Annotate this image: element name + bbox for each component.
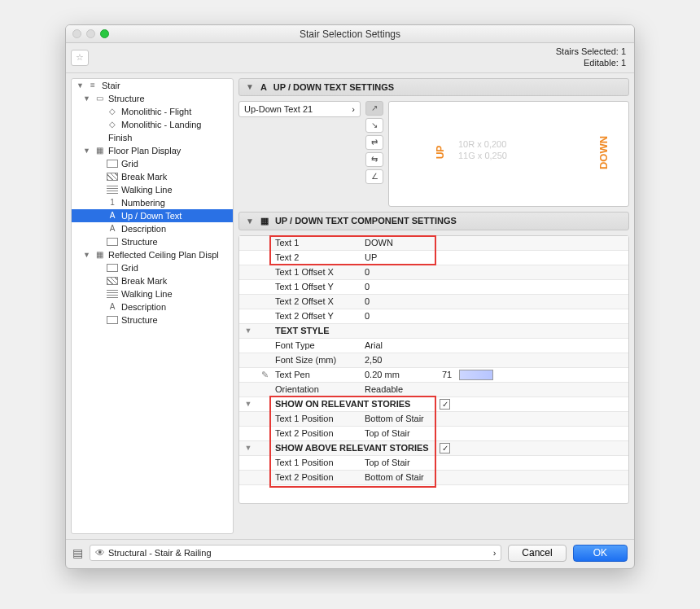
group-show-above[interactable]: SHOW ABOVE RELEVANT STORIES bbox=[272, 441, 436, 455]
show-above-checkbox[interactable]: ✓ bbox=[440, 443, 450, 453]
param-text2-label: Text 2 bbox=[272, 251, 361, 265]
param-label: Text 1 Position bbox=[272, 456, 361, 470]
text-mode-icon: A bbox=[260, 82, 267, 92]
cancel-button[interactable]: Cancel bbox=[508, 545, 566, 562]
param-label: Font Size (mm) bbox=[272, 353, 361, 367]
tree-finish[interactable]: Finish bbox=[108, 133, 132, 142]
chevron-right-icon: › bbox=[493, 548, 497, 558]
param-label: Text 2 Position bbox=[272, 471, 361, 484]
updown-component-panel-header[interactable]: ▼ ▦ UP / DOWN TEXT COMPONENT SETTINGS bbox=[238, 212, 629, 230]
favorite-toggle[interactable]: ☆ bbox=[71, 50, 89, 66]
tree-rcp-break[interactable]: Break Mark bbox=[121, 276, 167, 286]
text-icon: A bbox=[107, 302, 118, 312]
grid-icon bbox=[107, 264, 118, 272]
param-value[interactable]: 2,50 bbox=[361, 353, 436, 367]
param-label: Text 1 Position bbox=[272, 412, 361, 426]
stair-icon: ≡ bbox=[87, 81, 98, 90]
grid-icon bbox=[107, 160, 118, 168]
structure-icon: ▭ bbox=[94, 94, 105, 103]
param-value[interactable]: 0 bbox=[361, 295, 436, 309]
display-option-3[interactable]: ⇄ bbox=[365, 135, 383, 150]
group-show-on[interactable]: SHOW ON RELEVANT STORIES bbox=[272, 397, 436, 411]
pen-color-swatch[interactable] bbox=[459, 370, 493, 380]
walkline-icon bbox=[107, 290, 118, 298]
display-option-1[interactable]: ↗ bbox=[365, 101, 383, 116]
tree-fpd-walk[interactable]: Walking Line bbox=[121, 185, 173, 195]
tree-fpd-description[interactable]: Description bbox=[121, 224, 166, 234]
group-text-style[interactable]: TEXT STYLE bbox=[272, 324, 361, 338]
param-label: Text Pen bbox=[272, 368, 361, 382]
eye-icon: 👁 bbox=[95, 547, 105, 559]
ok-button[interactable]: OK bbox=[573, 545, 628, 562]
tree-rcp-structure[interactable]: Structure bbox=[121, 315, 158, 325]
t1-position-on[interactable]: Bottom of Stair bbox=[361, 412, 436, 426]
param-label: Text 2 Offset Y bbox=[272, 309, 361, 323]
t1-position-above[interactable]: Top of Stair bbox=[361, 456, 436, 470]
param-text1-value[interactable]: DOWN bbox=[361, 236, 436, 250]
display-option-5[interactable]: ∠ bbox=[365, 169, 383, 184]
param-value[interactable]: 0 bbox=[361, 280, 436, 294]
preset-value: Up-Down Text 21 bbox=[244, 104, 313, 114]
panel-title: UP / DOWN TEXT COMPONENT SETTINGS bbox=[275, 216, 457, 226]
pen-weight[interactable]: 0.20 mm bbox=[361, 368, 436, 382]
tree-mono-flight[interactable]: Monolithic - Flight bbox=[121, 107, 191, 116]
tree-rcp-grid[interactable]: Grid bbox=[121, 263, 138, 273]
preview-down-label: DOWN bbox=[597, 135, 610, 169]
tree-fpd-break[interactable]: Break Mark bbox=[121, 172, 167, 182]
param-value[interactable]: 0 bbox=[361, 309, 436, 323]
component-icon: ▦ bbox=[260, 216, 269, 226]
parameters-table: Text 1DOWN Text 2UP Text 1 Offset X0 Tex… bbox=[238, 235, 629, 504]
t2-position-above[interactable]: Bottom of Stair bbox=[361, 471, 436, 484]
layer-icon: ▤ bbox=[72, 546, 83, 559]
param-label: Orientation bbox=[272, 383, 361, 397]
tree-floor-plan-display[interactable]: Floor Plan Display bbox=[108, 146, 181, 156]
preset-select[interactable]: Up-Down Text 21 › bbox=[238, 101, 361, 117]
tree-rcp-description[interactable]: Description bbox=[121, 302, 166, 312]
param-label: Text 2 Position bbox=[272, 427, 361, 440]
tree-fpd-grid[interactable]: Grid bbox=[121, 159, 138, 169]
chevron-right-icon: › bbox=[352, 104, 355, 114]
layer-name: Structural - Stair & Railing bbox=[108, 548, 212, 558]
tree-fpd-structure[interactable]: Structure bbox=[121, 237, 158, 247]
updown-settings-panel-header[interactable]: ▼ A UP / DOWN TEXT SETTINGS bbox=[238, 78, 629, 96]
t2-position-on[interactable]: Top of Stair bbox=[361, 427, 436, 440]
monolithic-icon: ◇ bbox=[107, 120, 118, 129]
param-text1-label: Text 1 bbox=[272, 236, 361, 250]
text-icon: A bbox=[107, 211, 118, 221]
numbering-icon: 1 bbox=[107, 198, 118, 208]
show-on-checkbox[interactable]: ✓ bbox=[440, 399, 450, 410]
param-value[interactable]: 0 bbox=[361, 265, 436, 279]
param-label: Text 1 Offset X bbox=[272, 265, 361, 279]
param-label: Font Type bbox=[272, 339, 361, 353]
tree-mono-landing[interactable]: Monolithic - Landing bbox=[121, 120, 201, 129]
display-option-2[interactable]: ↘ bbox=[365, 118, 383, 133]
tree-rcp[interactable]: Reflected Ceiling Plan Displ bbox=[108, 250, 219, 260]
structure-rect-icon bbox=[107, 316, 118, 324]
tree-fpd-updown[interactable]: Up / Down Text bbox=[121, 211, 182, 221]
panel-title: UP / DOWN TEXT SETTINGS bbox=[273, 82, 394, 92]
tree-rcp-walk[interactable]: Walking Line bbox=[121, 289, 173, 299]
layer-select[interactable]: 👁Structural - Stair & Railing › bbox=[90, 545, 501, 561]
text-icon: A bbox=[107, 224, 118, 234]
structure-rect-icon bbox=[107, 238, 118, 246]
break-icon bbox=[107, 277, 118, 285]
orientation-select[interactable]: Readable bbox=[361, 383, 436, 397]
tree-stair[interactable]: Stair bbox=[102, 81, 120, 90]
break-icon bbox=[107, 173, 118, 181]
param-label: Text 2 Offset X bbox=[272, 295, 361, 309]
tree-fpd-numbering[interactable]: Numbering bbox=[121, 198, 165, 208]
settings-tree[interactable]: ▼≡Stair ▼▭Structure ◇Monolithic - Flight… bbox=[71, 78, 234, 534]
preview-up-label: UP bbox=[435, 145, 446, 159]
titlebar: Stair Selection Settings bbox=[66, 25, 634, 43]
font-select[interactable]: Arial bbox=[361, 339, 436, 353]
selection-status: Stairs Selected: 1 Editable: 1 bbox=[556, 46, 626, 69]
plan-icon: ▦ bbox=[94, 146, 105, 156]
preview-area: UP 10R x 0,200 11G x 0,250 DOWN bbox=[388, 101, 629, 207]
param-text2-value[interactable]: UP bbox=[361, 251, 436, 265]
star-icon: ☆ bbox=[76, 52, 84, 63]
plan-icon: ▦ bbox=[94, 250, 105, 260]
pen-index[interactable]: 71 bbox=[440, 370, 454, 379]
disclosure-triangle-icon: ▼ bbox=[246, 217, 254, 226]
tree-structure[interactable]: Structure bbox=[108, 94, 145, 103]
display-option-4[interactable]: ⇆ bbox=[365, 152, 383, 167]
